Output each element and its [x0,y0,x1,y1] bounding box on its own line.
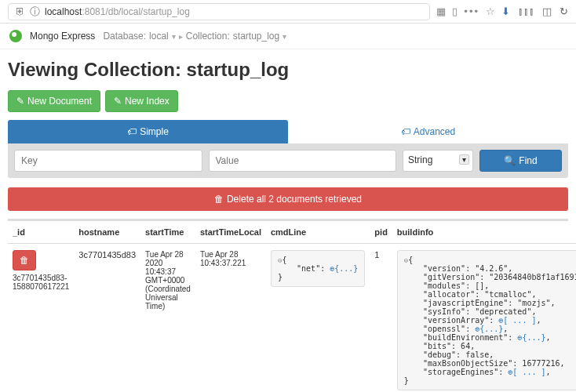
pencil-icon: ✎ [16,96,24,107]
find-label: Find [519,155,537,166]
tag-icon: 🏷 [127,126,137,137]
tags-icon: 🏷 [401,126,410,137]
tab-simple[interactable]: 🏷 Simple [8,120,288,143]
cell-hostname: 3c7701435d83 [74,244,140,393]
cell-cmdline[interactable]: ⊖{ "net": ⊕{...} } [271,250,365,287]
breadcrumb: Database: local ▾ ▸ Collection: startup_… [103,31,286,42]
cell-buildinfo[interactable]: ⊖{ "version": "4.2.6", "gitVersion": "20… [397,250,576,390]
tab-advanced-label: Advanced [414,126,455,137]
browser-address-bar: ⛨ ⓘ localhost:8081/db/local/startup_log … [0,0,576,24]
search-icon: 🔍 [504,155,516,166]
url-text: localhost:8081/db/local/startup_log [45,6,190,17]
grid-icon[interactable]: ▦ [436,5,446,17]
cell-id: 3c7701435d83-1588070617221 [13,274,69,291]
brand-name[interactable]: Mongo Express [30,31,95,42]
trash-icon: 🗑 [214,194,224,205]
chevron-down-icon: ▾ [172,32,176,41]
chevron-right-icon: ▸ [179,32,183,41]
cell-starttime: Tue Apr 28 2020 10:43:37 GMT+0000 (Coord… [140,244,195,393]
col-starttimelocal: startTimeLocal [195,221,266,244]
chevron-down-icon: ▾ [283,32,286,41]
delete-row-button[interactable]: 🗑 [13,250,36,270]
breadcrumb-coll-label: Collection: [186,31,230,42]
shield-icon: ⛨ [15,5,25,17]
type-select-value: String [408,154,432,165]
breadcrumb-coll-value[interactable]: startup_log [233,31,279,42]
breadcrumb-db-label: Database: [103,31,146,42]
delete-all-button[interactable]: 🗑 Delete all 2 documents retrieved [8,187,568,211]
url-box[interactable]: ⛨ ⓘ localhost:8081/db/local/startup_log [8,3,430,20]
table-row[interactable]: 🗑 3c7701435d83-1588070617221 3c7701435d8… [8,244,576,393]
reader-icon[interactable]: ▯ [452,5,458,17]
new-index-button[interactable]: ✎ New Index [105,90,178,112]
col-cmdline: cmdLine [266,221,370,244]
trash-icon: 🗑 [20,255,29,266]
col-buildinfo: buildinfo [392,221,576,244]
filter-bar: String 🔍 Find [8,143,568,178]
cell-pid: 1 [370,244,392,393]
cell-starttimelocal: Tue Apr 28 10:43:37.221 [195,244,266,393]
col-starttime: startTime [140,221,195,244]
breadcrumb-db-value[interactable]: local [149,31,169,42]
type-select[interactable]: String [403,150,473,172]
tab-advanced[interactable]: 🏷 Advanced [288,120,568,143]
filter-tabs: 🏷 Simple 🏷 Advanced [8,120,568,143]
value-input[interactable] [209,150,397,172]
col-id: _id [8,221,74,244]
page-title: Viewing Collection: startup_log [8,59,568,81]
library-icon[interactable]: ⫿⫿⫿ [518,5,534,17]
pencil-icon: ✎ [114,96,122,107]
col-pid: pid [370,221,392,244]
tab-simple-label: Simple [140,126,169,137]
new-index-label: New Index [125,96,170,107]
delete-all-label: Delete all 2 documents retrieved [227,194,362,205]
documents-table: _id hostname startTime startTimeLocal cm… [8,221,576,392]
download-icon[interactable]: ⬇ [501,5,510,17]
key-input[interactable] [14,150,202,172]
mongo-icon [9,30,22,42]
more-icon[interactable]: ••• [464,5,479,17]
new-document-label: New Document [27,96,92,107]
sidebar-icon[interactable]: ◫ [542,5,552,17]
brand-bar: Mongo Express Database: local ▾ ▸ Collec… [0,24,576,49]
star-icon[interactable]: ☆ [486,5,495,17]
sync-icon[interactable]: ↻ [560,5,568,17]
info-icon: ⓘ [30,5,40,19]
find-button[interactable]: 🔍 Find [479,150,562,172]
new-document-button[interactable]: ✎ New Document [8,90,100,112]
col-hostname: hostname [74,221,140,244]
